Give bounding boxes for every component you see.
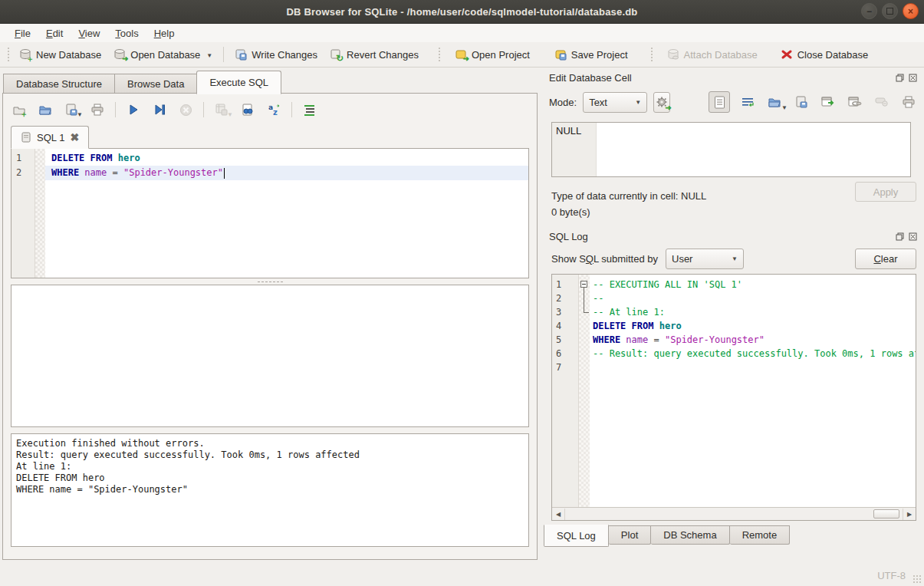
sql-log-main: 1234567 -- EXECUTING ALL IN 'SQL 1'---- …: [552, 275, 916, 507]
close-dock-icon[interactable]: [908, 232, 918, 242]
new-database-icon: ＋: [19, 48, 31, 61]
toolbar-grip[interactable]: [437, 46, 441, 63]
editor-code-area[interactable]: DELETE FROM heroWHERE name = "Spider-You…: [45, 149, 528, 278]
float-dock-icon[interactable]: [895, 73, 905, 83]
write-changes-button[interactable]: Write Changes: [229, 45, 324, 64]
revert-changes-button[interactable]: ↻ Revert Changes: [324, 45, 425, 64]
resize-grip[interactable]: [912, 574, 922, 584]
format-sql-button[interactable]: az: [265, 101, 282, 118]
import-cell-data-button[interactable]: ▼: [765, 93, 784, 111]
tab-execute-sql[interactable]: Execute SQL: [196, 71, 281, 94]
main-content: Database Structure Browse Data Execute S…: [0, 67, 924, 564]
minimize-button[interactable]: −: [861, 3, 877, 19]
cell-size-info: 0 byte(s): [551, 204, 911, 220]
log-code-area: -- EXECUTING ALL IN 'SQL 1'---- At line …: [590, 275, 916, 507]
log-line-numbers: 1234567: [552, 275, 579, 507]
cell-editor-toolbar: ▼: [709, 91, 918, 113]
menu-help[interactable]: Help: [147, 26, 182, 41]
statusbar: UTF-8: [0, 564, 924, 586]
log-fold-margin[interactable]: [579, 275, 590, 507]
menu-edit[interactable]: Edit: [39, 26, 70, 41]
mode-select[interactable]: Text▼: [583, 92, 647, 113]
cell-editor-box[interactable]: NULL: [551, 122, 911, 177]
maximize-icon: [886, 8, 893, 15]
mode-label: Mode:: [549, 97, 577, 108]
stop-execution-button: [177, 101, 194, 118]
menu-file[interactable]: File: [8, 26, 38, 41]
sql-tab-bar: SQL 1 ✖: [3, 124, 537, 148]
toggle-results-view-button[interactable]: [301, 101, 318, 118]
sql-file-icon: [21, 132, 31, 143]
word-wrap-button[interactable]: [738, 93, 757, 111]
filter-label: Show SQL submitted by: [551, 253, 658, 265]
new-database-button[interactable]: ＋ New Database: [13, 45, 107, 64]
tab-browse-data[interactable]: Browse Data: [114, 74, 196, 94]
menu-tools[interactable]: Tools: [108, 26, 145, 41]
edit-cell-title: Edit Database Cell: [549, 72, 632, 84]
results-pane[interactable]: [11, 285, 529, 427]
chevron-down-icon: ▼: [635, 99, 641, 106]
open-project-button[interactable]: ➜ Open Project: [449, 45, 536, 64]
encoding-indicator[interactable]: UTF-8: [877, 570, 906, 581]
revert-changes-icon: ↻: [330, 48, 342, 61]
arrow-badge-icon: ➜: [463, 55, 469, 63]
new-sql-tab-button[interactable]: ＋: [11, 101, 28, 118]
toolbar-separator: [223, 47, 224, 62]
float-dock-icon[interactable]: [895, 232, 905, 242]
scroll-track[interactable]: [565, 509, 903, 520]
window-controls: − ×: [861, 3, 919, 19]
arrow-badge-icon: ➜: [122, 55, 128, 63]
pane-splitter[interactable]: [3, 278, 537, 285]
open-sql-file-button[interactable]: [37, 101, 54, 118]
scroll-thumb[interactable]: [873, 509, 899, 519]
chevron-down-icon[interactable]: ▼: [781, 104, 788, 113]
close-icon[interactable]: ✖: [70, 133, 79, 142]
maximize-button[interactable]: [882, 3, 898, 19]
tab-db-schema[interactable]: DB Schema: [651, 525, 729, 545]
chevron-down-icon[interactable]: ▼: [206, 52, 212, 61]
tab-sql-log[interactable]: SQL Log: [544, 525, 609, 547]
left-pane: Database Structure Browse Data Execute S…: [0, 67, 540, 564]
close-button[interactable]: ×: [903, 3, 919, 19]
find-in-sql-button[interactable]: [239, 101, 256, 118]
tab-remote[interactable]: Remote: [730, 525, 791, 545]
submitted-by-select[interactable]: User▼: [666, 249, 744, 269]
plus-badge-icon: ＋: [26, 55, 34, 63]
editor-fold-margin: [35, 149, 45, 278]
editor-line-numbers: 12: [12, 149, 35, 278]
open-in-external-button[interactable]: [819, 93, 837, 111]
open-database-button[interactable]: ➜ Open Database ▼: [107, 45, 219, 64]
execute-current-line-button[interactable]: [151, 101, 168, 118]
save-project-button[interactable]: Save Project: [548, 45, 634, 64]
svg-text:z: z: [273, 108, 278, 117]
scroll-right-icon[interactable]: ▶: [903, 509, 916, 520]
print-button[interactable]: [89, 101, 106, 118]
open-url-button[interactable]: [846, 93, 864, 111]
tab-database-structure[interactable]: Database Structure: [3, 74, 114, 94]
sql-editor[interactable]: 12 DELETE FROM heroWHERE name = "Spider-…: [11, 148, 529, 278]
sql-log-box: 1234567 -- EXECUTING ALL IN 'SQL 1'---- …: [551, 274, 916, 521]
attach-database-button: Attach Database: [661, 45, 764, 64]
toolbar-grip[interactable]: [649, 46, 653, 63]
save-sql-file-button[interactable]: ▼: [63, 101, 80, 118]
sql-tab[interactable]: SQL 1 ✖: [11, 126, 89, 149]
sql-log-dock-header: SQL Log: [541, 220, 924, 242]
log-horizontal-scrollbar[interactable]: ◀ ▶: [552, 507, 916, 520]
close-dock-icon[interactable]: [908, 73, 918, 83]
open-project-icon: ➜: [455, 48, 467, 61]
tab-plot[interactable]: Plot: [609, 525, 651, 545]
cell-edit-area[interactable]: [597, 123, 910, 176]
execute-sql-button[interactable]: [125, 101, 142, 118]
scroll-left-icon[interactable]: ◀: [552, 509, 565, 520]
toolbar-grip[interactable]: [6, 46, 10, 63]
toolbar-separator: [203, 102, 204, 117]
mode-auto-switch-button[interactable]: ➜: [653, 92, 670, 113]
clear-log-button[interactable]: Clear: [855, 249, 916, 269]
text-mode-button[interactable]: [709, 91, 730, 113]
print-cell-button[interactable]: [899, 93, 918, 111]
close-database-button[interactable]: Close Database: [774, 45, 875, 64]
export-cell-data-button[interactable]: [792, 93, 811, 111]
chevron-down-icon[interactable]: ▼: [77, 111, 83, 120]
toolbar-separator: [291, 102, 292, 117]
menu-view[interactable]: View: [71, 26, 107, 41]
